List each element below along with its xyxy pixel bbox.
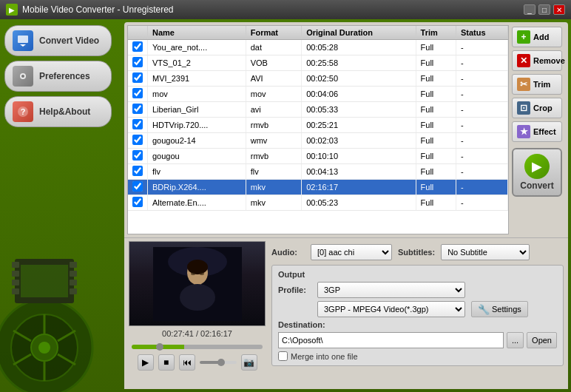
row-checkbox[interactable] xyxy=(132,197,143,207)
play-button[interactable]: ▶ xyxy=(138,354,154,371)
table-row[interactable]: You_are_not.... dat 00:05:28 Full - xyxy=(128,40,508,55)
video-thumbnail xyxy=(129,241,266,326)
row-checkbox[interactable] xyxy=(132,150,143,160)
add-button[interactable]: + Add xyxy=(512,27,562,47)
file-list-area: Name Format Original Duration Trim Statu… xyxy=(124,22,568,237)
help-about-label: Help&About xyxy=(39,107,90,117)
destination-row: Destination: xyxy=(278,320,557,329)
video-frame xyxy=(129,242,265,325)
row-name: You_are_not.... xyxy=(148,40,246,55)
row-format: mkv xyxy=(246,195,301,211)
table-row[interactable]: mov mov 00:04:06 Full - xyxy=(128,87,508,102)
destination-input[interactable] xyxy=(278,332,504,348)
title-bar: ▶ Mobile Video Converter - Unregistered … xyxy=(0,0,571,19)
volume-slider[interactable] xyxy=(200,361,237,364)
preferences-label: Preferences xyxy=(39,71,90,81)
row-checkbox[interactable] xyxy=(132,135,143,145)
row-checkbox[interactable] xyxy=(132,57,143,67)
convert-button[interactable]: ▶ Convert xyxy=(512,148,562,197)
table-row[interactable]: MVI_2391 AVI 00:02:50 Full - xyxy=(128,71,508,87)
row-format: AVI xyxy=(246,71,301,87)
format-row: 3GPP - MPEG4 Video(*.3gp) 🔧 Settings xyxy=(278,301,557,317)
table-row[interactable]: gougou2-14 wmv 00:02:03 Full - xyxy=(128,133,508,149)
seek-bar[interactable] xyxy=(132,345,263,349)
subtitle-select[interactable]: No Subtitle xyxy=(441,244,530,260)
row-duration: 00:05:33 xyxy=(302,102,416,118)
convert-label: Convert xyxy=(520,180,553,191)
convert-video-button[interactable]: Convert Video xyxy=(4,25,112,56)
row-checkbox[interactable] xyxy=(132,119,143,129)
row-checkbox[interactable] xyxy=(132,41,143,52)
snapshot-button[interactable]: 📷 xyxy=(241,354,257,371)
crop-button[interactable]: ⊡ Crop xyxy=(512,98,562,118)
convert-video-label: Convert Video xyxy=(39,36,99,46)
preferences-button[interactable]: Preferences xyxy=(4,61,112,92)
rewind-button[interactable]: ⏮ xyxy=(179,354,195,371)
row-name: gougou xyxy=(148,149,246,164)
row-duration: 00:04:06 xyxy=(302,87,416,102)
table-row[interactable]: Liberian_Girl avi 00:05:33 Full - xyxy=(128,102,508,118)
table-row[interactable]: HDTVrip.720.... rmvb 00:25:21 Full - xyxy=(128,118,508,133)
row-format: dat xyxy=(246,40,301,55)
seek-bar-wrapper[interactable] xyxy=(129,341,266,351)
audio-label: Audio: xyxy=(271,248,305,257)
browse-button[interactable]: ... xyxy=(507,332,524,348)
row-duration: 02:16:17 xyxy=(302,180,416,195)
table-row[interactable]: VTS_01_2 VOB 00:25:58 Full - xyxy=(128,55,508,71)
row-checkbox[interactable] xyxy=(132,88,143,98)
close-button[interactable]: ✕ xyxy=(553,4,565,15)
row-checkbox[interactable] xyxy=(132,166,143,176)
settings-panel: Audio: [0] aac chi Subtitles: No Subtitl… xyxy=(271,241,564,386)
profile-select[interactable]: 3GP xyxy=(317,282,465,298)
maximize-button[interactable]: □ xyxy=(538,4,550,15)
help-about-button[interactable]: ? Help&About xyxy=(4,96,112,127)
row-format: wmv xyxy=(246,133,301,149)
profile-row: Profile: 3GP xyxy=(278,282,557,298)
row-name: MVI_2391 xyxy=(148,71,246,87)
stop-button[interactable]: ■ xyxy=(158,354,175,371)
row-duration: 00:04:13 xyxy=(302,164,416,180)
effect-button[interactable]: ★ Effect xyxy=(512,121,562,142)
file-table-wrapper[interactable]: Name Format Original Duration Trim Statu… xyxy=(127,25,509,234)
profile-label: Profile: xyxy=(278,285,311,294)
table-row[interactable]: flv flv 00:04:13 Full - xyxy=(128,164,508,180)
merge-checkbox[interactable] xyxy=(278,351,288,361)
help-icon: ? xyxy=(13,101,33,122)
row-format: avi xyxy=(246,102,301,118)
settings-button[interactable]: 🔧 Settings xyxy=(471,301,528,317)
row-duration: 00:05:28 xyxy=(302,40,416,55)
row-trim: Full xyxy=(416,164,456,180)
content-area: Name Format Original Duration Trim Statu… xyxy=(124,22,568,389)
remove-button[interactable]: ✕ Remove xyxy=(512,50,562,71)
open-button[interactable]: Open xyxy=(527,332,557,348)
output-title: Output xyxy=(278,270,557,279)
row-trim: Full xyxy=(416,71,456,87)
format-select[interactable]: 3GPP - MPEG4 Video(*.3gp) xyxy=(317,301,465,317)
trim-icon: ✂ xyxy=(517,78,530,91)
preferences-icon xyxy=(13,66,33,87)
audio-select[interactable]: [0] aac chi xyxy=(311,244,392,260)
row-checkbox[interactable] xyxy=(132,72,143,83)
convert-video-icon xyxy=(13,30,33,51)
col-status-header: Status xyxy=(456,26,507,40)
row-status: - xyxy=(456,40,507,55)
svg-point-31 xyxy=(187,260,208,274)
add-label: Add xyxy=(533,33,549,41)
effect-label: Effect xyxy=(533,127,556,136)
minimize-button[interactable]: _ xyxy=(524,4,535,15)
effect-icon: ★ xyxy=(517,125,530,138)
row-status: - xyxy=(456,87,507,102)
table-row[interactable]: Alternate.En.... mkv 00:05:23 Full - xyxy=(128,195,508,211)
row-checkbox[interactable] xyxy=(132,104,143,114)
app-title: Mobile Video Converter - Unregistered xyxy=(22,4,174,15)
row-duration: 00:25:21 xyxy=(302,118,416,133)
svg-rect-17 xyxy=(12,262,19,268)
row-checkbox[interactable] xyxy=(132,181,143,192)
table-row[interactable]: BDRip.X264.... mkv 02:16:17 Full - xyxy=(128,180,508,195)
svg-text:?: ? xyxy=(21,107,26,116)
settings-icon: 🔧 xyxy=(478,304,490,315)
trim-button[interactable]: ✂ Trim xyxy=(512,74,562,95)
svg-rect-24 xyxy=(70,288,77,294)
table-row[interactable]: gougou rmvb 00:10:10 Full - xyxy=(128,149,508,164)
row-name: flv xyxy=(148,164,246,180)
